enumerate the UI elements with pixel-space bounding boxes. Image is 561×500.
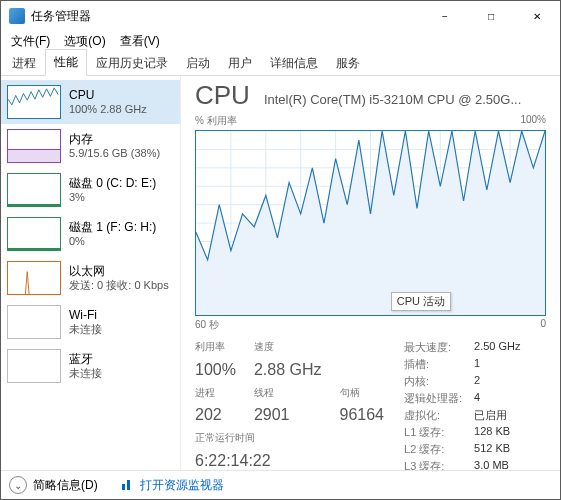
prop-cores-k: 内核: — [404, 374, 462, 389]
chart-tooltip: CPU 活动 — [391, 292, 451, 311]
main-panel: CPU Intel(R) Core(TM) i5-3210M CPU @ 2.5… — [181, 76, 560, 470]
titlebar: 任务管理器 − □ ✕ — [1, 1, 560, 31]
collapse-toggle-icon[interactable]: ⌄ — [9, 476, 27, 494]
sidebar-item-label: 磁盘 1 (F: G: H:) — [69, 220, 156, 235]
bluetooth-thumb-icon — [7, 349, 61, 383]
cpu-utilization-chart[interactable]: CPU 活动 — [195, 130, 546, 316]
sidebar-item-cpu[interactable]: CPU 100% 2.88 GHz — [1, 80, 180, 124]
minimize-button[interactable]: − — [422, 1, 468, 31]
page-title: CPU — [195, 82, 250, 108]
prop-cores-v: 2 — [474, 374, 520, 389]
tab-services[interactable]: 服务 — [327, 50, 369, 76]
stat-thread-label: 线程 — [254, 386, 322, 405]
prop-virt-v: 已启用 — [474, 408, 520, 423]
prop-virt-k: 虚拟化: — [404, 408, 462, 423]
cpu-stats-primary: 利用率 速度 100% 2.88 GHz 进程 线程 句柄 202 2901 9… — [195, 340, 384, 474]
tabstrip: 进程 性能 应用历史记录 启动 用户 详细信息 服务 — [1, 51, 560, 76]
sidebar-item-memory[interactable]: 内存 5.9/15.6 GB (38%) — [1, 124, 180, 168]
stat-uptime-label: 正常运行时间 — [195, 431, 384, 450]
tab-startup[interactable]: 启动 — [177, 50, 219, 76]
sidebar-item-sub: 0% — [69, 235, 156, 249]
cpu-stats-secondary: 最大速度: 2.50 GHz 插槽: 1 内核: 2 逻辑处理器: 4 虚拟化:… — [404, 340, 521, 474]
maximize-button[interactable]: □ — [468, 1, 514, 31]
chart-xmax: 0 — [540, 318, 546, 332]
prop-sockets-v: 1 — [474, 357, 520, 372]
stat-handle-label: 句柄 — [340, 386, 385, 405]
sidebar-item-sub: 100% 2.88 GHz — [69, 103, 147, 117]
chart-xmin: 60 秒 — [195, 318, 219, 332]
sidebar-item-disk1[interactable]: 磁盘 1 (F: G: H:) 0% — [1, 212, 180, 256]
memory-thumb-icon — [7, 129, 61, 163]
tab-performance[interactable]: 性能 — [45, 49, 87, 76]
prop-l2-v: 512 KB — [474, 442, 520, 457]
stat-speed-value: 2.88 GHz — [254, 361, 322, 384]
prop-l1-k: L1 缓存: — [404, 425, 462, 440]
tab-processes[interactable]: 进程 — [3, 50, 45, 76]
ethernet-thumb-icon — [7, 261, 61, 295]
chart-ylabel: % 利用率 — [195, 114, 237, 128]
stat-thread-value: 2901 — [254, 406, 322, 429]
chart-ymax: 100% — [520, 114, 546, 128]
tab-users[interactable]: 用户 — [219, 50, 261, 76]
stat-util-value: 100% — [195, 361, 236, 384]
prop-l1-v: 128 KB — [474, 425, 520, 440]
sidebar-item-label: 以太网 — [69, 264, 169, 279]
sidebar-item-sub: 未连接 — [69, 323, 102, 337]
stat-util-label: 利用率 — [195, 340, 236, 359]
stat-handle-value: 96164 — [340, 406, 385, 429]
tab-details[interactable]: 详细信息 — [261, 50, 327, 76]
sidebar-item-label: CPU — [69, 88, 147, 103]
disk-thumb-icon — [7, 173, 61, 207]
menu-view[interactable]: 查看(V) — [114, 31, 166, 52]
sidebar-item-ethernet[interactable]: 以太网 发送: 0 接收: 0 Kbps — [1, 256, 180, 300]
open-resmon-link[interactable]: 打开资源监视器 — [140, 477, 224, 494]
footer: ⌄ 简略信息(D) 打开资源监视器 — [1, 470, 560, 499]
cpu-thumb-icon — [7, 85, 61, 119]
window-title: 任务管理器 — [31, 8, 91, 25]
stat-speed-label: 速度 — [254, 340, 322, 359]
sidebar-item-sub: 未连接 — [69, 367, 102, 381]
resmon-icon — [120, 480, 134, 490]
prop-maxspeed-k: 最大速度: — [404, 340, 462, 355]
sidebar-item-label: 内存 — [69, 132, 160, 147]
prop-l2-k: L2 缓存: — [404, 442, 462, 457]
disk-thumb-icon — [7, 217, 61, 251]
sidebar-item-label: 蓝牙 — [69, 352, 102, 367]
sidebar-item-label: 磁盘 0 (C: D: E:) — [69, 176, 156, 191]
prop-lprocs-k: 逻辑处理器: — [404, 391, 462, 406]
sidebar-item-disk0[interactable]: 磁盘 0 (C: D: E:) 3% — [1, 168, 180, 212]
app-icon — [9, 8, 25, 24]
stat-proc-label: 进程 — [195, 386, 236, 405]
prop-lprocs-v: 4 — [474, 391, 520, 406]
sidebar-item-sub: 5.9/15.6 GB (38%) — [69, 147, 160, 161]
fewer-details-link[interactable]: 简略信息(D) — [33, 477, 98, 494]
sidebar-item-bluetooth[interactable]: 蓝牙 未连接 — [1, 344, 180, 388]
stat-proc-value: 202 — [195, 406, 236, 429]
cpu-model-name: Intel(R) Core(TM) i5-3210M CPU @ 2.50G..… — [264, 92, 546, 107]
tab-app-history[interactable]: 应用历史记录 — [87, 50, 177, 76]
sidebar-item-label: Wi-Fi — [69, 308, 102, 323]
sidebar-item-sub: 3% — [69, 191, 156, 205]
sidebar-item-wifi[interactable]: Wi-Fi 未连接 — [1, 300, 180, 344]
menubar: 文件(F) 选项(O) 查看(V) — [1, 31, 560, 51]
prop-sockets-k: 插槽: — [404, 357, 462, 372]
task-manager-window: 任务管理器 − □ ✕ 文件(F) 选项(O) 查看(V) 进程 性能 应用历史… — [0, 0, 561, 500]
sidebar-item-sub: 发送: 0 接收: 0 Kbps — [69, 279, 169, 293]
prop-maxspeed-v: 2.50 GHz — [474, 340, 520, 355]
close-button[interactable]: ✕ — [514, 1, 560, 31]
sidebar: CPU 100% 2.88 GHz 内存 5.9/15.6 GB (38%) 磁… — [1, 76, 181, 470]
wifi-thumb-icon — [7, 305, 61, 339]
